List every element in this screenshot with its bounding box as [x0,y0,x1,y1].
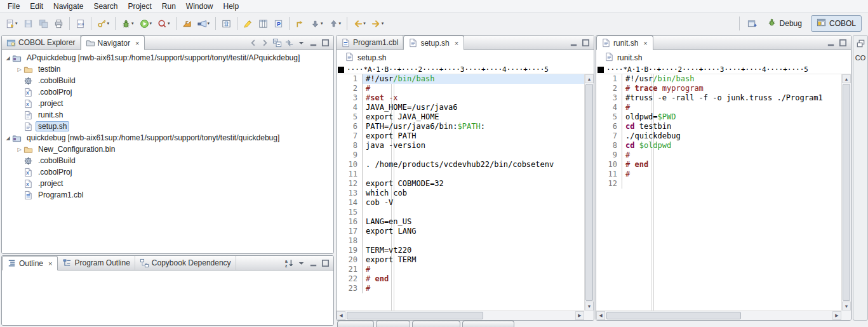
maximize-button[interactable] [837,37,849,49]
open-perspective-button[interactable] [746,18,758,30]
maximize-button[interactable] [319,257,331,269]
show-columns-button[interactable] [256,16,270,31]
code-line-5[interactable]: 5oldpwd=$PWD [596,112,841,122]
maximize-button[interactable] [319,37,331,49]
menu-search[interactable]: Search [88,1,123,12]
editor1-horizontal-scrollbar[interactable]: ◀ ▶ [337,310,584,320]
code-line-7[interactable]: 7./quickdebug [596,131,841,141]
tree-item-cobolproj[interactable]: X.cobolProj [4,166,333,178]
tab-close-icon[interactable]: × [643,39,648,47]
twistie-collapsed-icon[interactable]: ▷ [15,147,23,152]
editor1-code-area[interactable]: 1#!/usr/bin/bash2#3#set -x4JAVA_HOME=/us… [337,74,584,310]
hidden-view-tab[interactable] [376,321,410,327]
dropdown-arrow-icon[interactable]: ▾ [107,21,110,26]
scroll-thumb[interactable] [843,84,850,301]
scroll-thumb[interactable] [347,312,483,319]
editor2-vertical-scrollbar[interactable]: ▲ ▼ [841,74,851,310]
tree-item-program1-cbl[interactable]: Program1.cbl [4,189,333,201]
view-menu-button[interactable] [295,37,307,49]
code-line-3[interactable]: 3#truss -e -rall -f -o junk.truss ./Prog… [596,93,841,103]
hidden-view-tab[interactable] [462,321,514,327]
dropdown-arrow-icon[interactable]: ▾ [321,21,323,26]
minimized-view-label[interactable]: CO [855,54,866,62]
code-line-19[interactable]: 19TERM=vt220 [337,246,584,255]
explorer-tab-navigator[interactable]: Navigator× [81,36,145,50]
tab-close-icon[interactable]: × [48,260,53,267]
previous-annotation-button[interactable]: ▾ [326,16,344,31]
twistie-expanded-icon[interactable]: ◢ [4,135,12,141]
code-line-15[interactable]: 15 [337,208,584,217]
code-line-10[interactable]: 10. /home/products/vcdevhub22/bin/cobset… [337,160,584,170]
editor2-tab-runit-sh[interactable]: runit.sh× [596,36,653,50]
menu-window[interactable]: Window [181,1,218,12]
code-line-11[interactable]: 11# [596,170,841,179]
editor2-code-area[interactable]: 1#!/usr/bin/bash2# trace myprogram3#trus… [596,74,841,310]
code-line-22[interactable]: 22# end [337,274,584,284]
code-line-6[interactable]: 6PATH=/usr/java6/bin:$PATH: [337,122,584,131]
tree-item-cobolproj[interactable]: X.cobolProj [4,86,333,98]
code-line-9[interactable]: 9# [596,150,841,160]
next-annotation-button[interactable]: ▾ [308,16,326,31]
open-program-button[interactable] [180,16,194,31]
tree-item-testbin[interactable]: ▷testbin [4,63,333,75]
view-menu-button[interactable] [295,257,307,269]
code-line-8[interactable]: 8java -version [337,141,584,150]
code-line-1[interactable]: 1#!/usr/bin/bash [337,74,584,84]
code-line-18[interactable]: 18 [337,236,584,246]
code-line-21[interactable]: 21# [337,265,584,274]
menu-help[interactable]: Help [218,1,244,12]
editor1-vertical-scrollbar[interactable]: ▲ ▼ [584,74,594,310]
sort-az-button[interactable]: az [283,257,295,269]
code-line-4[interactable]: 4# [596,103,841,112]
code-line-14[interactable]: 14cob -V [337,198,584,208]
save-all-button[interactable] [36,16,51,31]
tab-close-icon[interactable]: × [135,39,140,47]
dropdown-arrow-icon[interactable]: ▾ [339,21,342,26]
tree-item-apquickdebug[interactable]: ◢APquickdebug [nwb-aix61sup:/home1/suppo… [4,52,333,63]
code-line-8[interactable]: 8cd $oldpwd [596,141,841,150]
dropdown-arrow-icon[interactable]: ▾ [208,21,210,26]
collapse-all-button[interactable] [271,37,283,49]
menu-edit[interactable]: Edit [25,1,48,12]
tree-item-quickdebug[interactable]: ◢quickdebug [nwb-aix61sup:/home1/support… [4,132,333,143]
debug-perspective-button[interactable]: Debug [761,15,808,32]
dropdown-arrow-icon[interactable]: ▾ [382,21,384,26]
scroll-right-icon[interactable]: ▶ [832,311,841,320]
forward-button[interactable]: ▾ [369,16,387,31]
view-back-button[interactable] [247,37,259,49]
run-button[interactable]: ▾ [137,16,155,31]
code-line-12[interactable]: 12 [596,179,841,189]
dropdown-arrow-icon[interactable]: ▾ [150,21,152,26]
twistie-expanded-icon[interactable]: ◢ [4,55,12,61]
back-button[interactable]: ▾ [351,16,368,31]
save-button[interactable] [21,16,36,31]
editor2-horizontal-scrollbar[interactable]: ◀ ▶ [596,310,841,320]
outline-tab-outline[interactable]: Outline× [2,256,58,270]
code-line-6[interactable]: 6cd testbin [596,122,841,131]
scroll-up-icon[interactable]: ▲ [842,74,851,83]
tree-item-cobolbuild[interactable]: .cobolBuild [4,75,333,86]
highlighter-button[interactable] [241,16,255,31]
code-line-9[interactable]: 9 [337,150,584,160]
cobol-program-button[interactable]: P [271,16,286,31]
code-line-11[interactable]: 11 [337,170,584,179]
code-line-7[interactable]: 7export PATH [337,131,584,141]
outline-tab-program-outline[interactable]: Program Outline [58,256,135,270]
editor1-tab-program1-cbl[interactable]: Program1.cbl [337,36,403,50]
profile-button[interactable]: ▾ [155,16,173,31]
outline-tab-copybook-dependency[interactable]: Copybook Dependency [135,256,236,270]
tree-item-runit-sh[interactable]: runit.sh [4,109,333,121]
code-line-16[interactable]: 16LANG=en_US [337,217,584,227]
search-button[interactable]: ▾ [195,16,213,31]
editor1-tab-setup-sh[interactable]: setup.sh× [403,36,464,50]
tab-close-icon[interactable]: × [454,39,459,47]
menu-file[interactable]: File [3,1,25,12]
attach-debugger-button[interactable]: ▾ [95,16,112,31]
scroll-right-icon[interactable]: ▶ [575,311,584,320]
code-line-1[interactable]: 1#!/usr/bin/bash [596,74,841,84]
tree-item-cobolbuild[interactable]: .cobolBuild [4,155,333,166]
minimize-button[interactable] [568,37,580,49]
twistie-collapsed-icon[interactable]: ▷ [15,67,23,72]
new-wizard-button[interactable]: ▾ [3,16,20,31]
restore-view-button[interactable] [855,37,867,50]
